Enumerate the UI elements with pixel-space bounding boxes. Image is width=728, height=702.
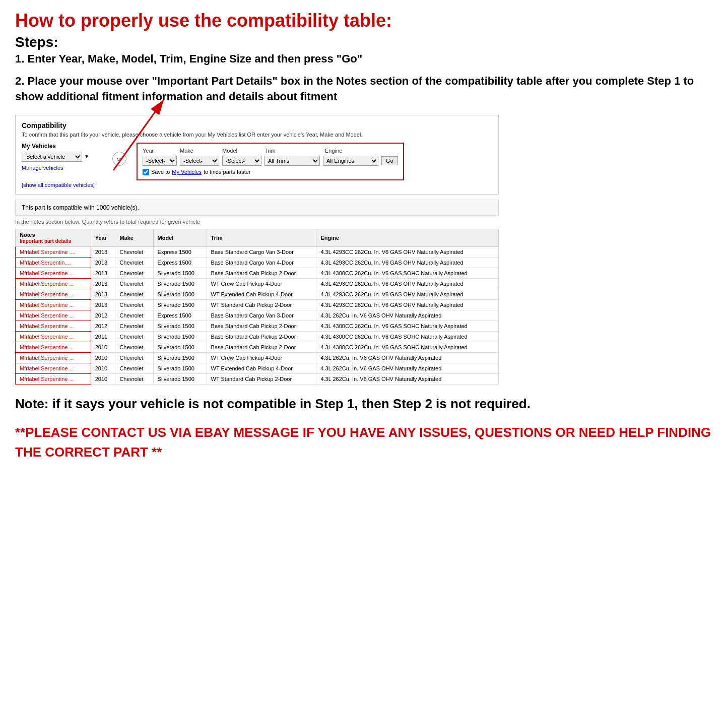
trim-select[interactable]: All Trims <box>264 156 320 166</box>
make-cell: Chevrolet <box>115 299 153 310</box>
make-cell: Chevrolet <box>115 310 153 321</box>
year-cell: 2012 <box>91 321 115 331</box>
year-cell: 2013 <box>91 289 115 299</box>
quantity-note: In the notes section below, Quantity ref… <box>15 219 499 225</box>
notes-header: Notes Important part details <box>16 229 91 246</box>
engine-cell: 4.3L 4300CC 262Cu. In. V6 GAS SOHC Natur… <box>316 268 499 278</box>
table-row: Mfrlabel:Serpentine ....2013ChevroletExp… <box>16 246 499 257</box>
notes-cell: Mfrlabel:Serpentine ... <box>16 331 91 342</box>
model-cell: Silverado 1500 <box>153 321 207 331</box>
arrow-graphic <box>73 90 184 175</box>
trim-cell: Base Standard Cab Pickup 2-Door <box>207 268 316 278</box>
make-header: Make <box>115 229 153 246</box>
contact-text: **PLEASE CONTACT US VIA EBAY MESSAGE IF … <box>15 423 713 462</box>
trim-header: Trim <box>207 229 316 246</box>
make-select[interactable]: -Select- <box>180 156 219 166</box>
engine-cell: 4.3L 262Cu. In. V6 GAS OHV Naturally Asp… <box>316 352 499 363</box>
notes-cell: Mfrlabel:Serpentine .... <box>16 246 91 257</box>
ymm-section: Year Make Model Trim Engine -Select- -Se… <box>137 143 492 180</box>
make-cell: Chevrolet <box>115 257 153 268</box>
table-row: Mfrlabel:Serpentin....2013ChevroletExpre… <box>16 257 499 268</box>
compatibility-table: Notes Important part details Year Make M… <box>15 229 499 385</box>
notes-cell: Mfrlabel:Serpentine ... <box>16 278 91 289</box>
year-header: Year <box>91 229 115 246</box>
table-header-row: Notes Important part details Year Make M… <box>16 229 499 246</box>
table-row: Mfrlabel:Serpentine ...2013ChevroletSilv… <box>16 268 499 278</box>
engine-cell: 4.3L 4293CC 262Cu. In. V6 GAS OHV Natura… <box>316 257 499 268</box>
make-cell: Chevrolet <box>115 268 153 278</box>
notes-cell: Mfrlabel:Serpentine ... <box>16 268 91 278</box>
model-cell: Express 1500 <box>153 246 207 257</box>
year-cell: 2010 <box>91 342 115 352</box>
year-cell: 2012 <box>91 310 115 321</box>
model-cell: Silverado 1500 <box>153 289 207 299</box>
trim-cell: Base Standard Cargo Van 4-Door <box>207 257 316 268</box>
model-cell: Express 1500 <box>153 310 207 321</box>
important-part-details-label: Important part details <box>20 238 71 244</box>
engine-cell: 4.3L 262Cu. In. V6 GAS OHV Naturally Asp… <box>316 363 499 373</box>
engine-cell: 4.3L 4293CC 262Cu. In. V6 GAS OHV Natura… <box>316 246 499 257</box>
notes-cell: Mfrlabel:Serpentine ... <box>16 321 91 331</box>
trim-cell: Base Standard Cab Pickup 2-Door <box>207 342 316 352</box>
engine-cell: 4.3L 4293CC 262Cu. In. V6 GAS OHV Natura… <box>316 278 499 289</box>
model-cell: Silverado 1500 <box>153 342 207 352</box>
engine-select[interactable]: All Engines <box>323 156 378 166</box>
model-cell: Silverado 1500 <box>153 268 207 278</box>
trim-cell: Base Standard Cargo Van 3-Door <box>207 310 316 321</box>
make-cell: Chevrolet <box>115 342 153 352</box>
notes-cell: Mfrlabel:Serpentine ... <box>16 363 91 373</box>
notes-cell: Mfrlabel:Serpentine ... <box>16 299 91 310</box>
table-row: Mfrlabel:Serpentine ...2012ChevroletSilv… <box>16 321 499 331</box>
step1-text: 1. Enter Year, Make, Model, Trim, Engine… <box>15 52 713 66</box>
make-cell: Chevrolet <box>115 352 153 363</box>
trim-cell: WT Crew Cab Pickup 4-Door <box>207 278 316 289</box>
make-cell: Chevrolet <box>115 278 153 289</box>
make-cell: Chevrolet <box>115 331 153 342</box>
model-label: Model <box>222 148 261 154</box>
year-cell: 2010 <box>91 352 115 363</box>
table-row: Mfrlabel:Serpentine ...2010ChevroletSilv… <box>16 342 499 352</box>
make-label: Make <box>180 148 219 154</box>
notes-cell: Mfrlabel:Serpentine ... <box>16 289 91 299</box>
compat-count-bar: This part is compatible with 1000 vehicl… <box>15 200 499 216</box>
make-cell: Chevrolet <box>115 373 153 384</box>
engine-cell: 4.3L 4300CC 262Cu. In. V6 GAS SOHC Natur… <box>316 331 499 342</box>
model-header: Model <box>153 229 207 246</box>
year-cell: 2013 <box>91 278 115 289</box>
go-button[interactable]: Go <box>381 156 398 165</box>
trim-cell: WT Crew Cab Pickup 4-Door <box>207 352 316 363</box>
notes-cell: Mfrlabel:Serpentine ... <box>16 342 91 352</box>
make-cell: Chevrolet <box>115 289 153 299</box>
main-title: How to properly use the compatibility ta… <box>15 10 713 31</box>
notes-cell: Mfrlabel:Serpentine ... <box>16 352 91 363</box>
notes-cell: Mfrlabel:Serpentin.... <box>16 257 91 268</box>
year-cell: 2013 <box>91 246 115 257</box>
year-cell: 2013 <box>91 299 115 310</box>
trim-cell: Base Standard Cab Pickup 2-Door <box>207 331 316 342</box>
table-row: Mfrlabel:Serpentine ...2011ChevroletSilv… <box>16 331 499 342</box>
table-row: Mfrlabel:Serpentine ...2013ChevroletSilv… <box>16 299 499 310</box>
trim-cell: Base Standard Cab Pickup 2-Door <box>207 321 316 331</box>
model-select[interactable]: -Select- <box>222 156 261 166</box>
engine-header: Engine <box>316 229 499 246</box>
model-cell: Silverado 1500 <box>153 373 207 384</box>
notes-cell: Mfrlabel:Serpentine ... <box>16 310 91 321</box>
engine-cell: 4.3L 4293CC 262Cu. In. V6 GAS OHV Natura… <box>316 289 499 299</box>
table-row: Mfrlabel:Serpentine ...2013ChevroletSilv… <box>16 278 499 289</box>
trim-cell: WT Extended Cab Pickup 4-Door <box>207 289 316 299</box>
trim-cell: WT Extended Cab Pickup 4-Door <box>207 363 316 373</box>
year-cell: 2010 <box>91 373 115 384</box>
year-cell: 2013 <box>91 257 115 268</box>
model-cell: Silverado 1500 <box>153 331 207 342</box>
year-cell: 2011 <box>91 331 115 342</box>
show-all-link[interactable]: [show all compatible vehicles] <box>22 182 102 188</box>
trim-cell: WT Standard Cab Pickup 2-Door <box>207 373 316 384</box>
make-cell: Chevrolet <box>115 246 153 257</box>
make-cell: Chevrolet <box>115 363 153 373</box>
make-cell: Chevrolet <box>115 321 153 331</box>
steps-label: Steps: <box>15 34 713 50</box>
model-cell: Express 1500 <box>153 257 207 268</box>
year-cell: 2010 <box>91 363 115 373</box>
model-cell: Silverado 1500 <box>153 299 207 310</box>
save-suffix: to finds parts faster <box>204 169 251 175</box>
